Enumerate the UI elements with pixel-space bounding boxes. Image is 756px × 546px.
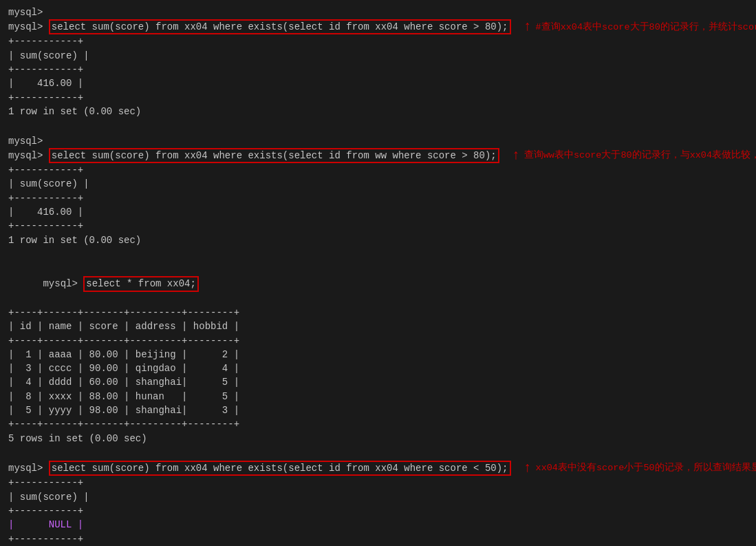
q4-prompt-line: mysql> select sum(score) from xx04 where…: [8, 461, 748, 476]
blank4: [8, 447, 748, 461]
q1-rows: 1 row in set (0.00 sec): [8, 105, 748, 118]
q3-sep2: +----+------+-------+---------+--------+: [8, 334, 748, 348]
q4-prompt: mysql>: [8, 461, 49, 475]
q1-prompt: mysql>: [8, 20, 49, 34]
q1-annotation: #查询xx04表中score大于80的记录行，并统计score的总和: [536, 21, 756, 34]
q4-val: | NULL |: [8, 518, 748, 532]
q4-sep2: +-----------+: [8, 504, 748, 518]
initial-prompt-line: mysql>: [8, 6, 748, 19]
q3-sep1: +----+------+-------+---------+--------+: [8, 306, 748, 319]
q2-rows: 1 row in set (0.00 sec): [8, 233, 748, 247]
blank2: mysql>: [8, 134, 748, 148]
q3-prompt: mysql>: [43, 278, 83, 289]
blank1: [8, 120, 748, 134]
q3-col: | id | name | score | address | hobbid |: [8, 319, 748, 333]
q3-r4: | 8 | xxxx | 88.00 | hunan | 5 |: [8, 390, 748, 403]
q4-arrow: ↑: [523, 461, 532, 476]
q2-arrow: ↑: [512, 148, 520, 163]
q4-annotation: xx04表中没有score小于50的记录，所以查询结果显示null: [536, 461, 756, 475]
q2-sep1: +-----------+: [8, 163, 748, 177]
q1-arrow: ↑: [523, 19, 532, 34]
q1-sep1: +-----------+: [8, 34, 748, 48]
q3-r5: | 5 | yyyy | 98.00 | shanghai| 3 |: [8, 403, 748, 417]
q3-r1: | 1 | aaaa | 80.00 | beijing | 2 |: [8, 348, 748, 361]
q1-sep2: +-----------+: [8, 63, 748, 76]
q2-sep2: +-----------+: [8, 191, 748, 205]
q2-val: | 416.00 |: [8, 205, 748, 219]
q2-prompt: mysql>: [8, 149, 49, 162]
q1-sep3: +-----------+: [8, 91, 748, 105]
q4-col: | sum(score) |: [8, 490, 748, 504]
q2-prompt-line: mysql> select sum(score) from xx04 where…: [8, 148, 748, 163]
q3-rows: 5 rows in set (0.00 sec): [8, 432, 748, 445]
q3-sql-box: select * from xx04;: [83, 276, 199, 291]
q1-val: | 416.00 |: [8, 76, 748, 90]
q2-sql-box: select sum(score) from xx04 where exists…: [49, 148, 499, 163]
q3-r2: | 3 | cccc | 90.00 | qingdao | 4 |: [8, 361, 748, 375]
terminal: mysql> mysql> select sum(score) from xx0…: [8, 6, 748, 546]
q2-sep3: +-----------+: [8, 219, 748, 233]
q2-annotation: 查询ww表中score大于80的记录行，与xx04表做比较，并统计相同score…: [524, 149, 756, 162]
blank3: [8, 249, 748, 262]
q3-sep3: +----+------+-------+---------+--------+: [8, 417, 748, 431]
q1-col: | sum(score) |: [8, 49, 748, 63]
q4-sql-box: select sum(score) from xx04 where exists…: [49, 461, 511, 476]
q4-sep3: +-----------+: [8, 532, 748, 546]
q2-col: | sum(score) |: [8, 177, 748, 191]
q4-sep1: +-----------+: [8, 476, 748, 490]
q3-prompt-line: mysql> select * from xx04;: [8, 262, 748, 306]
q3-r3: | 4 | dddd | 60.00 | shanghai| 5 |: [8, 375, 748, 389]
q1-prompt-line: mysql> select sum(score) from xx04 where…: [8, 19, 748, 34]
q1-sql-box: select sum(score) from xx04 where exists…: [49, 19, 511, 34]
